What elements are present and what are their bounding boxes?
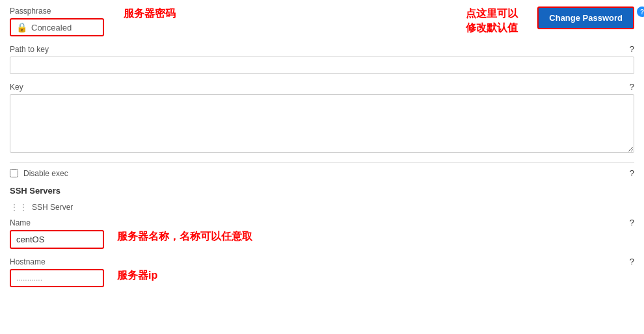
passphrase-annotation-text: 服务器密码 (124, 8, 176, 19)
name-annotation: 服务器名称，名称可以任意取 (117, 230, 252, 244)
hostname-group: Hostname ? 服务器ip (10, 257, 634, 287)
change-password-annotation: 点这里可以 修改默认值 (466, 6, 518, 36)
change-password-button[interactable]: Change Password (537, 6, 634, 29)
passphrase-input-wrapper[interactable]: 🔒 Concealed (10, 18, 104, 36)
passphrase-header-row: Passphrase 🔒 Concealed 服务器密码 点这里可以 修改默认值… (10, 6, 634, 36)
divider-1 (10, 162, 634, 163)
hostname-label: Hostname (10, 257, 46, 266)
name-input-wrapper (10, 230, 104, 249)
change-password-annotation-text: 点这里可以 修改默认值 (466, 8, 518, 33)
passphrase-value: Concealed (31, 23, 72, 32)
path-to-key-input-container (10, 57, 634, 74)
hostname-annotation-text: 服务器ip (117, 270, 157, 281)
ssh-servers-section: SSH Servers ⋮⋮ SSH Server Name ? 服务器名称，名… (10, 186, 634, 287)
main-content: Passphrase 🔒 Concealed 服务器密码 点这里可以 修改默认值… (10, 6, 634, 287)
key-help-icon[interactable]: ? (630, 82, 634, 92)
hostname-label-row: Hostname ? (10, 257, 634, 266)
name-label: Name (10, 218, 31, 227)
passphrase-label: Passphrase (10, 6, 104, 16)
drag-icon: ⋮⋮ (10, 202, 28, 212)
name-annotation-text: 服务器名称，名称可以任意取 (117, 231, 252, 242)
name-label-row: Name ? (10, 218, 634, 227)
ssh-server-item-label: SSH Server (32, 203, 73, 212)
change-password-wrapper: Change Password ? (537, 6, 634, 29)
path-to-key-label-row: Path to key ? (10, 44, 634, 54)
passphrase-section: Passphrase 🔒 Concealed (10, 6, 104, 36)
key-label-row: Key ? (10, 82, 634, 92)
hostname-input-wrapper (10, 269, 104, 287)
ssh-server-item: ⋮⋮ SSH Server (10, 202, 634, 212)
name-row: 服务器名称，名称可以任意取 (10, 230, 634, 249)
hostname-row: 服务器ip (10, 269, 634, 287)
lock-icon: 🔒 (16, 22, 27, 32)
passphrase-annotation: 服务器密码 (124, 6, 176, 21)
disable-exec-help-icon[interactable]: ? (630, 168, 634, 178)
path-to-key-label: Path to key (10, 45, 49, 54)
key-group: Key ? (10, 82, 634, 155)
ssh-servers-label: SSH Servers (10, 186, 60, 196)
disable-exec-checkbox[interactable] (10, 169, 18, 177)
change-password-help-icon[interactable]: ? (637, 6, 644, 17)
path-to-key-help-icon[interactable]: ? (630, 44, 634, 54)
passphrase-left: Passphrase 🔒 Concealed 服务器密码 (10, 6, 176, 36)
key-label: Key (10, 83, 23, 92)
name-help-icon[interactable]: ? (630, 218, 634, 227)
disable-exec-row: Disable exec ? (10, 168, 634, 178)
path-to-key-group: Path to key ? (10, 44, 634, 74)
name-input[interactable] (11, 231, 103, 248)
key-textarea[interactable] (10, 94, 634, 153)
ssh-servers-label-row: SSH Servers (10, 186, 634, 199)
hostname-input[interactable] (11, 270, 103, 286)
disable-exec-label: Disable exec (23, 169, 68, 178)
hostname-annotation: 服务器ip (117, 269, 157, 283)
passphrase-right: 点这里可以 修改默认值 Change Password ? (466, 6, 634, 36)
name-group: Name ? 服务器名称，名称可以任意取 (10, 218, 634, 249)
hostname-help-icon[interactable]: ? (630, 257, 634, 266)
path-to-key-input[interactable] (10, 57, 634, 74)
disable-exec-left: Disable exec (10, 169, 68, 178)
key-input-container (10, 94, 634, 155)
